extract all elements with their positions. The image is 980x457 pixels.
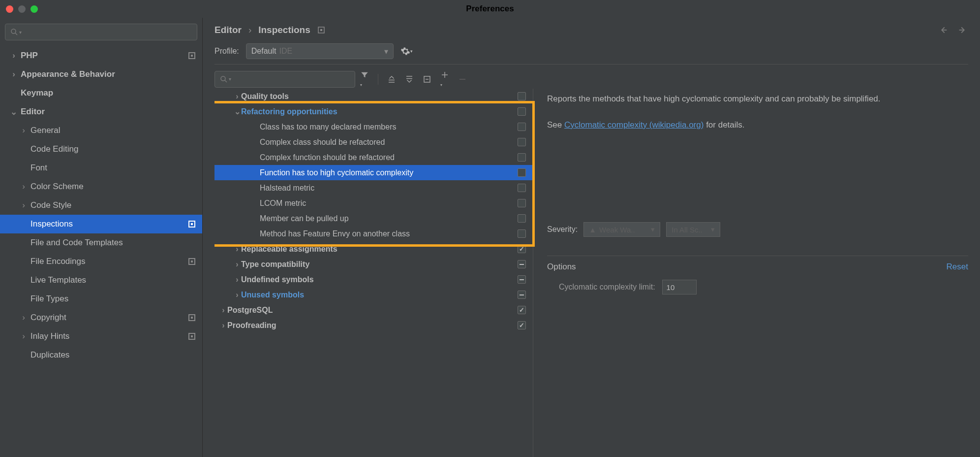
sidebar-item-copyright[interactable]: ›Copyright xyxy=(0,308,202,327)
sidebar-item-color-scheme[interactable]: ›Color Scheme xyxy=(0,177,202,196)
severity-label: Severity: xyxy=(547,225,578,234)
inspection-checkbox[interactable] xyxy=(518,138,526,146)
inspection-item-proofreading[interactable]: ›Proofreading xyxy=(214,318,533,333)
scope-select[interactable]: In All Sc.. ▾ xyxy=(666,222,720,237)
inspection-checkbox[interactable] xyxy=(518,168,526,177)
search-icon xyxy=(220,75,228,83)
modified-indicator-icon xyxy=(188,333,195,340)
sidebar-item-inspections[interactable]: Inspections xyxy=(0,215,202,233)
modified-indicator-icon xyxy=(188,258,195,265)
inspection-checkbox[interactable] xyxy=(518,229,526,238)
inspection-checkbox[interactable] xyxy=(518,245,526,253)
inspections-search[interactable]: ▾ xyxy=(214,71,355,88)
inspection-checkbox[interactable] xyxy=(518,184,526,192)
profile-settings-button[interactable]: ▾ xyxy=(400,46,413,56)
chevron-right-icon: › xyxy=(233,275,241,284)
nav-forward-button[interactable] xyxy=(957,25,968,35)
inspection-item-label: Refactoring opportunities xyxy=(241,107,337,116)
inspection-item-replaceable-assignments[interactable]: ›Replaceable assignments xyxy=(214,241,533,257)
options-label: Options xyxy=(547,262,576,272)
inspection-checkbox[interactable] xyxy=(518,199,526,207)
inspection-item-class-has-too-many-declared-members[interactable]: Class has too many declared members xyxy=(214,119,533,134)
close-window-button[interactable] xyxy=(6,5,13,13)
inspection-item-label: Complex class should be refactored xyxy=(260,138,385,147)
sidebar-item-file-encodings[interactable]: File Encodings xyxy=(0,252,202,271)
inspection-item-method-has-feature-envy-on-another-class[interactable]: Method has Feature Envy on another class xyxy=(214,226,533,241)
inspection-checkbox[interactable] xyxy=(518,107,526,116)
window-title: Preferences xyxy=(466,4,514,14)
chevron-right-icon: › xyxy=(20,331,28,341)
profile-select[interactable]: Default IDE ▾ xyxy=(246,43,394,59)
inspection-item-function-has-too-high-cyclomatic-complex[interactable]: Function has too high cyclomatic complex… xyxy=(214,165,533,180)
modified-indicator-icon xyxy=(317,26,325,34)
cyclomatic-limit-input[interactable] xyxy=(662,280,697,294)
search-caret-icon: ▾ xyxy=(19,30,22,35)
nav-back-button[interactable] xyxy=(938,25,949,35)
cyclomatic-complexity-link[interactable]: Cyclomatic complexity (wikipedia.org) xyxy=(564,120,704,130)
inspection-item-label: Function has too high cyclomatic complex… xyxy=(260,168,413,177)
sidebar-item-appearance-behavior[interactable]: ›Appearance & Behavior xyxy=(0,65,202,84)
sidebar-item-editor[interactable]: ⌄Editor xyxy=(0,102,202,121)
sidebar-item-duplicates[interactable]: Duplicates xyxy=(0,346,202,364)
remove-button[interactable] xyxy=(458,75,467,84)
inspection-checkbox[interactable] xyxy=(518,291,526,299)
inspection-checkbox[interactable] xyxy=(518,321,526,329)
maximize-window-button[interactable] xyxy=(31,5,38,13)
dropdown-caret-icon: ▾ xyxy=(711,225,715,234)
chevron-right-icon: › xyxy=(233,245,241,254)
inspection-item-refactoring-opportunities[interactable]: ⌄Refactoring opportunities xyxy=(214,104,533,119)
inspection-item-lcom-metric[interactable]: LCOM metric xyxy=(214,196,533,211)
sidebar-search[interactable]: ▾ xyxy=(5,24,197,40)
reset-link[interactable]: Reset xyxy=(947,262,968,272)
sidebar-item-code-editing[interactable]: Code Editing xyxy=(0,140,202,159)
inspection-item-member-can-be-pulled-up[interactable]: Member can be pulled up xyxy=(214,211,533,226)
sidebar-item-keymap[interactable]: Keymap xyxy=(0,84,202,102)
reset-to-empty-button[interactable] xyxy=(423,75,431,84)
inspection-item-quality-tools[interactable]: ›Quality tools xyxy=(214,89,533,104)
inspection-checkbox[interactable] xyxy=(518,214,526,223)
inspection-item-complex-function-should-be-refactored[interactable]: Complex function should be refactored xyxy=(214,150,533,165)
inspection-item-unused-symbols[interactable]: ›Unused symbols xyxy=(214,287,533,302)
inspection-checkbox[interactable] xyxy=(518,260,526,268)
inspection-item-halstead-metric[interactable]: Halstead metric xyxy=(214,180,533,196)
inspection-item-label: Replaceable assignments xyxy=(241,245,337,254)
inspection-checkbox[interactable] xyxy=(518,153,526,162)
svg-point-6 xyxy=(221,76,225,81)
inspection-item-label: Quality tools xyxy=(241,92,289,101)
sidebar-item-live-templates[interactable]: Live Templates xyxy=(0,271,202,290)
severity-value: Weak Wa.. xyxy=(599,226,635,234)
sidebar-item-file-and-code-templates[interactable]: File and Code Templates xyxy=(0,233,202,252)
sidebar-item-inlay-hints[interactable]: ›Inlay Hints xyxy=(0,327,202,346)
scope-value: In All Sc.. xyxy=(672,226,703,234)
description-line1: Reports the methods that have high cyclo… xyxy=(547,94,881,103)
sidebar-item-general[interactable]: ›General xyxy=(0,121,202,140)
inspection-checkbox[interactable] xyxy=(518,306,526,314)
chevron-right-icon: › xyxy=(233,92,241,101)
chevron-right-icon: › xyxy=(219,321,227,330)
chevron-right-icon: › xyxy=(10,69,18,79)
minimize-window-button[interactable] xyxy=(18,5,26,13)
inspection-checkbox[interactable] xyxy=(518,92,526,100)
inspection-item-complex-class-should-be-refactored[interactable]: Complex class should be refactored xyxy=(214,134,533,150)
inspection-item-postgresql[interactable]: ›PostgreSQL xyxy=(214,302,533,318)
inspection-item-undefined-symbols[interactable]: ›Undefined symbols xyxy=(214,272,533,287)
cyclomatic-limit-label: Cyclomatic complexity limit: xyxy=(559,283,655,292)
sidebar-item-label: Inspections xyxy=(31,219,73,229)
sidebar-item-file-types[interactable]: File Types xyxy=(0,290,202,308)
chevron-right-icon: › xyxy=(219,306,227,315)
expand-all-button[interactable] xyxy=(387,75,396,84)
profile-suffix: IDE xyxy=(279,47,293,56)
sidebar-item-label: PHP xyxy=(21,51,38,61)
inspection-item-type-compatibility[interactable]: ›Type compatibility xyxy=(214,257,533,272)
sidebar-item-font[interactable]: Font xyxy=(0,159,202,177)
add-button[interactable]: ▾ xyxy=(440,70,449,88)
sidebar-item-php[interactable]: ›PHP xyxy=(0,46,202,65)
sidebar-item-label: Code Editing xyxy=(31,144,78,154)
filter-button[interactable]: ▾ xyxy=(360,70,369,88)
breadcrumb-part-editor[interactable]: Editor xyxy=(214,25,242,35)
severity-select[interactable]: ▲ Weak Wa.. ▾ xyxy=(583,222,660,237)
sidebar-item-code-style[interactable]: ›Code Style xyxy=(0,196,202,215)
collapse-all-button[interactable] xyxy=(405,75,414,84)
inspection-checkbox[interactable] xyxy=(518,275,526,284)
inspection-checkbox[interactable] xyxy=(518,123,526,131)
